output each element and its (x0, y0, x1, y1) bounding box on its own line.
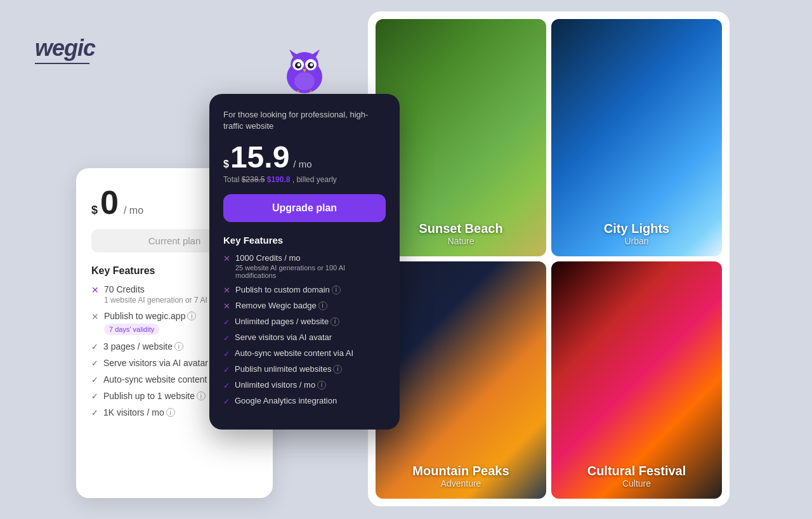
pro-badge-x-icon: ✕ (223, 301, 230, 311)
svg-point-11 (294, 72, 315, 90)
city-sub: Urban (551, 236, 722, 246)
pro-feature-visitors: ✓ Unlimited visitors / mo i (223, 380, 386, 390)
publish-label-row: Publish to wegic.app i (104, 311, 196, 321)
logo: wegic (35, 35, 95, 64)
photo-label-cultural: Cultural Festival Culture (551, 464, 722, 489)
pro-domain-x-icon: ✕ (223, 286, 230, 295)
upgrade-plan-button[interactable]: Upgrade plan (223, 194, 386, 222)
pro-credits-label: 1000 Credits / mo (235, 253, 386, 263)
pro-feature-autosync: ✓ Auto-sync website content via AI (223, 348, 386, 358)
logo-underline (35, 63, 89, 64)
billing-strike: $238.5 (242, 175, 265, 184)
pro-analytics-label: Google Analytics integration (235, 396, 337, 405)
avatar-check-icon: ✓ (91, 358, 98, 368)
publish1-label-row: Publish up to 1 website i (103, 391, 206, 401)
validity-badge: 7 days' validity (104, 324, 159, 335)
pro-plan-card: For those looking for professional, high… (209, 94, 400, 430)
pro-dollar: $ (223, 159, 229, 170)
pro-autosync-label: Auto-sync website content via AI (235, 348, 353, 358)
billing-highlight: $190.8 (267, 175, 291, 184)
pro-feature-credits: ✕ 1000 Credits / mo 25 website AI genera… (223, 253, 386, 279)
pro-visitors-check-icon: ✓ (223, 381, 230, 390)
pro-pages-label-row: Unlimited pages / website i (235, 317, 339, 326)
pro-billing-row: Total $238.5 $190.8 , billed yearly (223, 175, 386, 184)
credits-x-icon: ✕ (91, 285, 99, 295)
pro-badge-info-icon[interactable]: i (318, 301, 327, 310)
city-title: City Lights (551, 221, 722, 236)
owl-mascot (279, 48, 330, 94)
pro-credits-x-icon: ✕ (223, 254, 230, 263)
pro-badge-label-row: Remove Wegic badge i (235, 301, 327, 310)
free-per-mo: / mo (124, 205, 143, 216)
pro-feature-badge: ✕ Remove Wegic badge i (223, 301, 386, 311)
pro-credits-sub: 25 website AI generations or 100 AI modi… (235, 264, 386, 279)
pro-feature-unlimited-publish: ✓ Publish unlimited websites i (223, 364, 386, 374)
photo-cell-mountain: Mountain Peaks Adventure (376, 261, 546, 499)
pro-unlimited-label: Publish unlimited websites (235, 364, 331, 374)
pro-key-features-title: Key Features (223, 235, 386, 246)
visitors-check-icon: ✓ (91, 408, 98, 417)
pro-visitors-label-row: Unlimited visitors / mo i (235, 380, 326, 390)
publish1-check-icon: ✓ (91, 391, 98, 401)
pages-label: 3 pages / website (103, 341, 173, 351)
svg-point-8 (298, 63, 301, 67)
pro-analytics-check-icon: ✓ (223, 397, 230, 406)
pages-check-icon: ✓ (91, 342, 98, 351)
pro-unlimited-info-icon[interactable]: i (333, 365, 342, 374)
visitors-label-row: 1K visitors / mo i (103, 407, 175, 417)
pro-visitors-info-icon[interactable]: i (317, 381, 326, 390)
billing-prefix: Total (223, 175, 242, 184)
photo-label-city: City Lights Urban (551, 221, 722, 246)
pro-unlimited-label-row: Publish unlimited websites i (235, 364, 342, 374)
pro-feature-avatar: ✓ Serve visitors via AI avatar (223, 332, 386, 343)
avatar-label: Serve visitors via AI avatar (103, 358, 208, 368)
pro-pages-label: Unlimited pages / website (235, 317, 329, 326)
autosync-check-icon: ✓ (91, 375, 98, 384)
visitors-info-icon[interactable]: i (166, 408, 175, 417)
pro-badge-label: Remove Wegic badge (235, 301, 317, 310)
mountain-sub: Adventure (376, 478, 546, 489)
cultural-sub: Culture (551, 478, 722, 489)
visitors-label: 1K visitors / mo (103, 407, 164, 417)
logo-text: wegic (35, 35, 95, 61)
pro-avatar-check-icon: ✓ (223, 334, 230, 343)
pro-feature-pages: ✓ Unlimited pages / website i (223, 317, 386, 327)
pro-tagline: For those looking for professional, high… (223, 109, 386, 132)
publish1-info-icon[interactable]: i (197, 391, 206, 400)
free-amount: 0 (100, 186, 119, 219)
pro-visitors-label: Unlimited visitors / mo (235, 380, 315, 390)
pro-pages-check-icon: ✓ (223, 318, 230, 327)
photo-cell-cultural: Cultural Festival Culture (551, 261, 722, 499)
svg-point-9 (310, 63, 313, 67)
pro-amount: 15.9 (230, 142, 289, 173)
publish-x-icon: ✕ (91, 312, 99, 322)
photo-cell-city: City Lights Urban (551, 19, 722, 256)
pro-domain-label-row: Publish to custom domain i (235, 285, 341, 294)
publish1-label: Publish up to 1 website (103, 391, 195, 401)
mountain-title: Mountain Peaks (376, 464, 546, 478)
sunset-title: Sunset Beach (376, 221, 546, 236)
publish-label: Publish to wegic.app (104, 311, 185, 321)
photo-label-sunset: Sunset Beach Nature (376, 221, 546, 246)
photo-grid-card: Sunset Beach Nature City Lights Urban Mo… (368, 11, 730, 506)
pages-label-row: 3 pages / website i (103, 341, 183, 351)
photo-label-mountain: Mountain Peaks Adventure (376, 464, 546, 489)
sunset-sub: Nature (376, 236, 546, 246)
pro-avatar-label: Serve visitors via AI avatar (235, 332, 332, 342)
cultural-title: Cultural Festival (551, 464, 722, 478)
pro-domain-label: Publish to custom domain (235, 285, 330, 294)
pro-feature-custom-domain: ✕ Publish to custom domain i (223, 285, 386, 295)
pro-autosync-check-icon: ✓ (223, 350, 230, 358)
billing-suffix: , billed yearly (292, 175, 337, 184)
photo-cell-sunset: Sunset Beach Nature (376, 19, 546, 256)
pro-pages-info-icon[interactable]: i (331, 317, 339, 326)
pro-domain-info-icon[interactable]: i (332, 286, 341, 294)
pro-price-row: $ 15.9 / mo (223, 142, 386, 173)
pages-info-icon[interactable]: i (174, 342, 183, 351)
pro-per-mo: / mo (293, 159, 311, 169)
publish-info-icon[interactable]: i (187, 312, 196, 320)
pro-unlimited-check-icon: ✓ (223, 365, 230, 374)
free-dollar: $ (91, 204, 98, 217)
pro-feature-analytics: ✓ Google Analytics integration (223, 396, 386, 406)
